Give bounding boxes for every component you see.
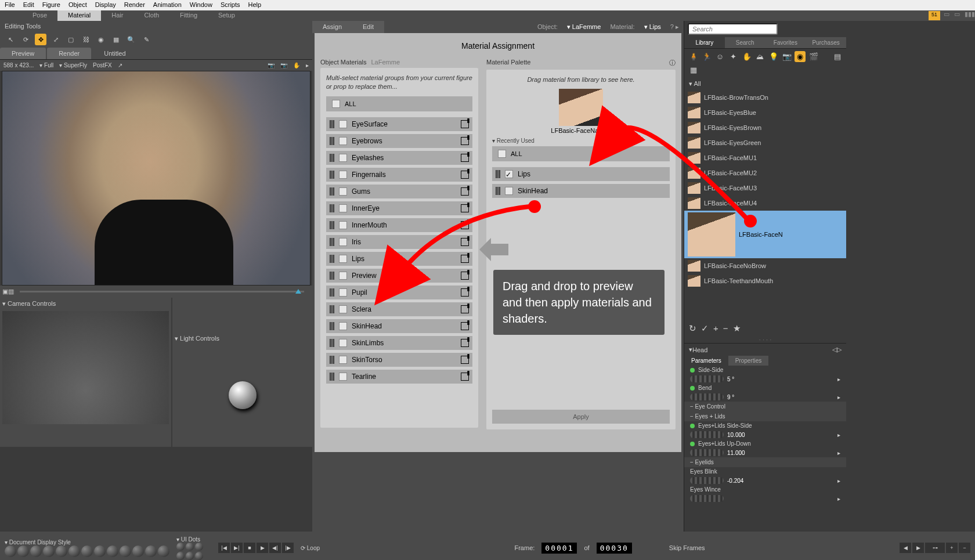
dial-value[interactable]: 11.000 <box>727 450 745 456</box>
material-item[interactable]: Iris <box>326 235 472 249</box>
material-checkbox[interactable] <box>339 120 347 128</box>
edit-icon[interactable] <box>461 373 469 381</box>
dial-value[interactable]: 10.000 <box>727 432 745 438</box>
material-checkbox[interactable] <box>339 356 347 364</box>
library-item[interactable]: LFBasic-FaceNoBrow <box>684 258 846 273</box>
material-checkbox[interactable] <box>339 288 347 297</box>
library-item[interactable]: LFBasic-FaceN <box>684 211 846 258</box>
edit-icon[interactable] <box>461 322 469 330</box>
edit-icon[interactable] <box>461 356 469 364</box>
tab-material[interactable]: Material <box>57 10 101 21</box>
ui-dots-grid[interactable] <box>176 543 211 560</box>
render-quality-dropdown[interactable]: ▾ Full <box>39 62 53 68</box>
menu-file[interactable]: File <box>5 1 15 9</box>
edit-icon[interactable] <box>461 339 469 347</box>
play-button[interactable]: ▶ <box>257 543 268 553</box>
library-item[interactable]: LFBasic-EyesBrown <box>684 120 846 135</box>
box-tool-icon[interactable]: ▢ <box>65 34 77 45</box>
category-figures-icon[interactable]: 🧍 <box>688 51 699 62</box>
library-item[interactable]: LFBasic-EyesBlue <box>684 105 846 120</box>
edit-icon[interactable] <box>461 305 469 313</box>
grid-tool-icon[interactable]: ▦ <box>110 34 122 45</box>
library-item[interactable]: LFBasic-BrowTransOn <box>684 90 846 105</box>
edit-icon[interactable] <box>461 238 469 246</box>
category-scenes-icon[interactable]: 🎬 <box>808 51 819 62</box>
dial-menu-icon[interactable]: ▸ <box>837 376 840 382</box>
postfx-button[interactable]: PostFX <box>93 62 112 68</box>
tab-library[interactable]: Library <box>684 37 725 48</box>
search-tool-icon[interactable]: 🔍 <box>125 34 137 45</box>
material-checkbox[interactable] <box>339 238 347 246</box>
parameter-dial[interactable]: Eyes+Lids Side-Side <box>684 421 846 430</box>
edit-icon[interactable] <box>461 171 469 179</box>
parameter-dial[interactable]: Eyes Blink <box>684 467 846 476</box>
material-item[interactable]: Gums <box>326 185 472 198</box>
material-item[interactable]: Eyelashes <box>326 151 472 165</box>
category-poses-icon[interactable]: 🏃 <box>701 51 712 62</box>
palette-item[interactable]: Lips <box>492 167 670 181</box>
step-back-button[interactable]: ◀| <box>269 543 281 553</box>
dial-value[interactable]: 9 ° <box>727 394 734 400</box>
step-fwd-button[interactable]: |▶ <box>282 543 294 553</box>
tab-parameters[interactable]: Parameters <box>684 356 728 366</box>
menu-figure[interactable]: Figure <box>42 1 60 9</box>
material-checkbox[interactable] <box>339 339 347 347</box>
add-key-button[interactable]: + <box>946 543 958 553</box>
edit-icon[interactable] <box>461 154 469 162</box>
current-frame-input[interactable]: 00001 <box>541 543 577 554</box>
prev-actor-icon[interactable]: ◁ <box>832 346 837 353</box>
material-item[interactable]: InnerEye <box>326 201 472 215</box>
viewport[interactable] <box>2 71 310 286</box>
dial-menu-icon[interactable]: ▸ <box>837 394 840 400</box>
remove-key-button[interactable]: − <box>959 543 970 553</box>
library-item[interactable]: LFBasic-FaceMU2 <box>684 165 846 180</box>
param-group-header[interactable]: − Eye Control <box>684 402 846 411</box>
category-cameras-icon[interactable]: 📷 <box>781 51 792 62</box>
key-next-button[interactable]: ▶ <box>912 543 924 553</box>
menu-render[interactable]: Render <box>124 1 145 9</box>
scale-tool-icon[interactable]: ⤢ <box>50 34 62 45</box>
viewport-split-icon[interactable]: ▥ <box>8 288 14 295</box>
material-item[interactable]: Pupil <box>326 286 472 299</box>
chain-tool-icon[interactable]: ⛓ <box>80 34 92 45</box>
category-materials-icon[interactable]: ◉ <box>795 51 806 62</box>
material-checkbox[interactable] <box>339 373 347 381</box>
palette-checkbox[interactable] <box>505 187 513 195</box>
camera-icon[interactable]: 📷 <box>268 62 275 68</box>
edit-icon[interactable] <box>461 255 469 263</box>
material-item[interactable]: Eyebrows <box>326 134 472 148</box>
material-checkbox[interactable] <box>339 187 347 196</box>
tab-purchases[interactable]: Purchases <box>806 37 846 48</box>
library-search-input[interactable] <box>688 23 778 35</box>
category-hair-icon[interactable]: ✦ <box>728 51 739 62</box>
key-prev-button[interactable]: ◀ <box>900 543 911 553</box>
paint-tool-icon[interactable]: ✎ <box>140 34 152 45</box>
material-checkbox[interactable] <box>339 171 347 179</box>
material-checkbox[interactable] <box>339 305 347 313</box>
window-minimize-icon[interactable]: ▭ <box>944 10 954 21</box>
material-item[interactable]: Lips <box>326 252 472 266</box>
notification-badge[interactable]: 51 <box>929 11 940 20</box>
key-toggle-button[interactable]: ⊶ <box>925 543 945 553</box>
palette-all[interactable]: ALL <box>492 146 670 161</box>
timeline-scrubber[interactable] <box>20 291 304 292</box>
library-item[interactable]: LFBasic-FaceMU4 <box>684 196 846 211</box>
menu-object[interactable]: Object <box>68 1 87 9</box>
palette-checkbox[interactable] <box>505 170 513 178</box>
material-item[interactable]: Tearline <box>326 370 472 384</box>
category-lights-icon[interactable]: 💡 <box>768 51 779 62</box>
menu-display[interactable]: Display <box>95 1 116 9</box>
window-maximize-icon[interactable]: ▭ <box>954 10 965 21</box>
tab-edit-material[interactable]: Edit <box>352 21 384 33</box>
edit-icon[interactable] <box>461 120 469 128</box>
edit-icon[interactable] <box>461 272 469 280</box>
param-group-header[interactable]: − Eyes + Lids <box>684 411 846 421</box>
material-item[interactable]: InnerMouth <box>326 218 472 232</box>
object-materials-all[interactable]: ALL <box>326 96 472 111</box>
material-item[interactable]: EyeSurface <box>326 117 472 131</box>
material-checkbox[interactable] <box>339 255 347 263</box>
dial-slider[interactable] <box>690 375 724 382</box>
view-list-icon[interactable]: ▤ <box>832 51 843 62</box>
check-icon[interactable]: ✓ <box>701 323 709 334</box>
edit-icon[interactable] <box>461 187 469 196</box>
